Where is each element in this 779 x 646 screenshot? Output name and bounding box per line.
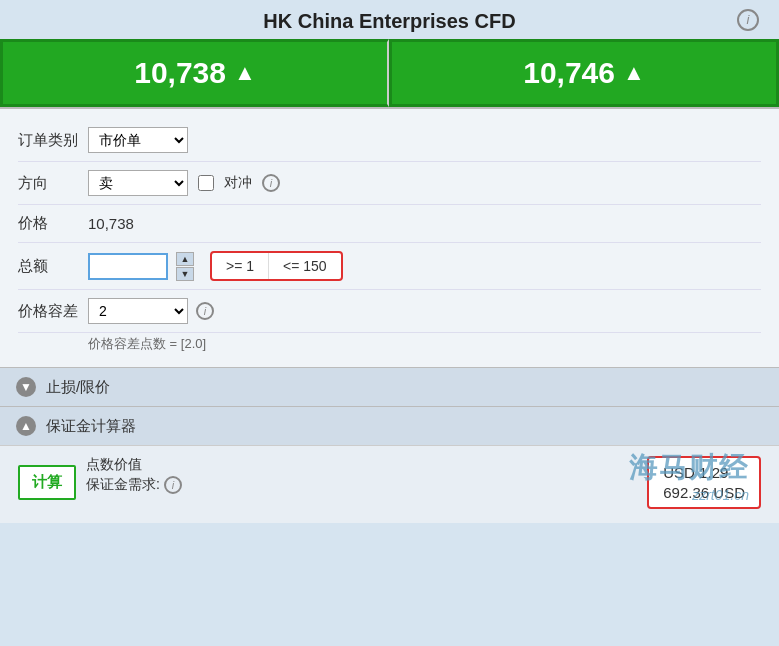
header: HK China Enterprises CFD i [0, 0, 779, 39]
calc-button[interactable]: 计算 [18, 465, 76, 500]
hedge-label: 对冲 [224, 174, 252, 192]
tolerance-note: 价格容差点数 = [2.0] [18, 333, 761, 357]
bid-price-button[interactable]: 10,738 ▲ [0, 39, 389, 107]
margin-req-info-icon[interactable]: i [164, 476, 182, 494]
stoploss-section-header[interactable]: ▼ 止损/限价 [0, 367, 779, 406]
tolerance-row: 价格容差 2 i [18, 290, 761, 333]
hedge-checkbox[interactable] [198, 175, 214, 191]
qty-label: 总额 [18, 257, 88, 276]
order-type-select[interactable]: 市价单 [88, 127, 188, 153]
bid-price-value: 10,738 [134, 56, 226, 90]
hedge-row: 对冲 i [198, 174, 280, 192]
page-title: HK China Enterprises CFD [263, 10, 515, 33]
price-display: 10,738 [88, 215, 134, 232]
qty-row: 总额 10 ▲ ▼ >= 1 <= 150 [18, 243, 761, 290]
watermark-chinese: 海马财经 [629, 449, 749, 487]
tolerance-select[interactable]: 2 [88, 298, 188, 324]
order-type-select-wrap: 市价单 [88, 127, 188, 153]
margin-req-label-wrap: 保证金需求: i [86, 476, 182, 494]
watermark: 海马财经 zzrt01.cn [629, 449, 749, 503]
direction-select[interactable]: 卖 [88, 170, 188, 196]
range-max: <= 150 [269, 253, 341, 279]
qty-spin-down[interactable]: ▼ [176, 267, 194, 281]
ask-price-button[interactable]: 10,746 ▲ [389, 39, 779, 107]
ask-price-arrow: ▲ [623, 60, 645, 86]
qty-input[interactable]: 10 [88, 253, 168, 280]
bid-price-arrow: ▲ [234, 60, 256, 86]
direction-row: 方向 卖 对冲 i [18, 162, 761, 205]
ask-price-value: 10,746 [523, 56, 615, 90]
stoploss-toggle-icon[interactable]: ▼ [16, 377, 36, 397]
hedge-info-icon[interactable]: i [262, 174, 280, 192]
qty-spin-buttons: ▲ ▼ [176, 252, 194, 281]
margin-info: 点数价值 保证金需求: i [86, 456, 182, 494]
range-hint: >= 1 <= 150 [210, 251, 343, 281]
margin-section-header[interactable]: ▲ 保证金计算器 [0, 406, 779, 445]
stoploss-label: 止损/限价 [46, 378, 110, 397]
margin-content: 计算 点数价值 保证金需求: i USD 1.29 692.36 USD 海马财… [0, 445, 779, 523]
margin-toggle-icon[interactable]: ▲ [16, 416, 36, 436]
qty-spin-up[interactable]: ▲ [176, 252, 194, 266]
price-row-form: 价格 10,738 [18, 205, 761, 243]
order-type-row: 订单类别 市价单 [18, 119, 761, 162]
margin-req-label: 保证金需求: [86, 476, 160, 494]
range-min: >= 1 [212, 253, 269, 279]
qty-input-wrap: 10 ▲ ▼ >= 1 <= 150 [88, 251, 343, 281]
form-area: 订单类别 市价单 方向 卖 对冲 i 价格 10,73 [0, 107, 779, 367]
watermark-url: zzrt01.cn [692, 487, 749, 503]
direction-select-wrap: 卖 [88, 170, 188, 196]
direction-label: 方向 [18, 174, 88, 193]
point-value-label: 点数价值 [86, 456, 182, 474]
order-type-label: 订单类别 [18, 131, 88, 150]
tolerance-info-icon[interactable]: i [196, 302, 214, 320]
header-info-icon[interactable]: i [737, 9, 759, 31]
price-row: 10,738 ▲ 10,746 ▲ [0, 39, 779, 107]
price-label: 价格 [18, 214, 88, 233]
tolerance-label: 价格容差 [18, 302, 88, 321]
margin-calc-label: 保证金计算器 [46, 417, 136, 436]
tolerance-select-wrap: 2 i [88, 298, 214, 324]
